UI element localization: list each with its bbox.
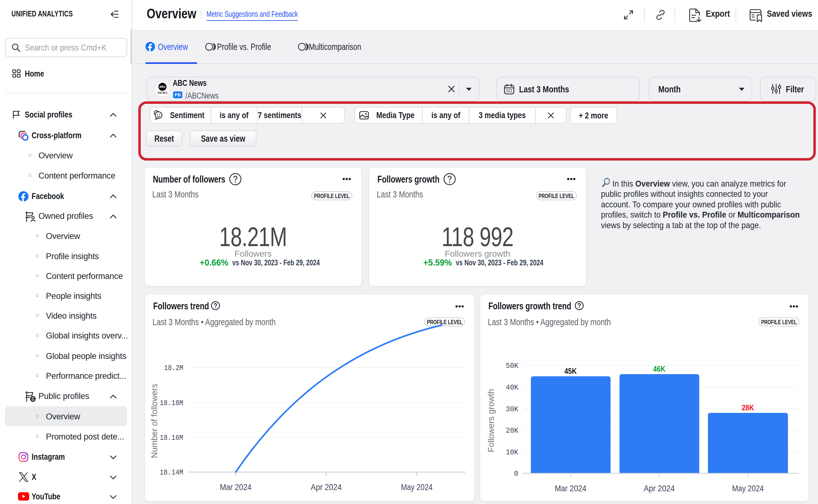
svg-text:Mar 2024: Mar 2024 — [220, 483, 251, 492]
svg-text:May 2024: May 2024 — [401, 483, 433, 492]
svg-text:20K: 20K — [506, 427, 519, 435]
svg-text:Number of followers: Number of followers — [150, 384, 159, 458]
svg-text:0: 0 — [514, 470, 519, 478]
svg-text:50K: 50K — [506, 362, 519, 370]
svg-text:Apr 2024: Apr 2024 — [311, 483, 342, 492]
svg-text:10K: 10K — [506, 448, 519, 457]
svg-text:Apr 2024: Apr 2024 — [644, 484, 675, 493]
svg-text:18.2M: 18.2M — [164, 364, 183, 372]
svg-text:30K: 30K — [506, 405, 519, 413]
svg-text:18.14M: 18.14M — [160, 468, 183, 477]
svg-text:40K: 40K — [506, 383, 519, 392]
svg-text:18.16M: 18.16M — [160, 434, 183, 442]
svg-text:18.18M: 18.18M — [160, 399, 183, 407]
svg-text:Followers growth: Followers growth — [487, 389, 496, 452]
svg-text:Mar 2024: Mar 2024 — [555, 484, 586, 493]
svg-text:28K: 28K — [742, 403, 754, 412]
svg-text:45K: 45K — [564, 367, 577, 375]
svg-text:May 2024: May 2024 — [732, 484, 764, 493]
svg-text:46K: 46K — [653, 365, 666, 373]
